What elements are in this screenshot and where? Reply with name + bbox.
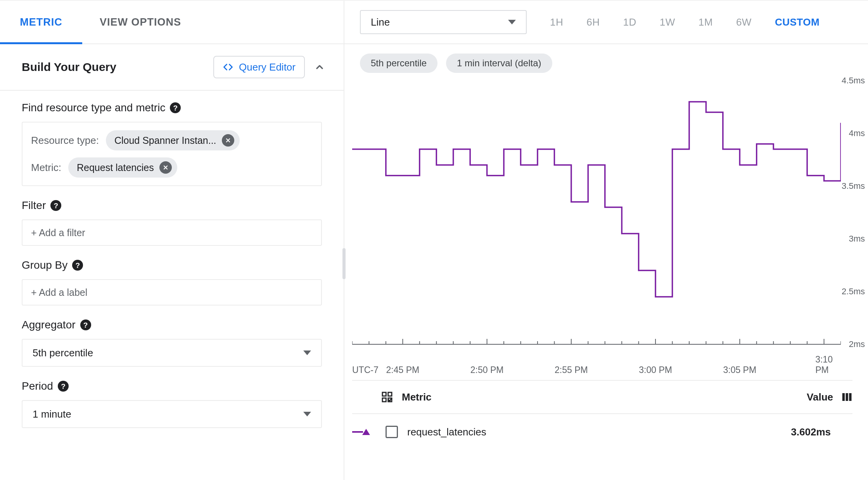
column-options-icon[interactable] — [841, 391, 852, 403]
x-axis-tick: 3:05 PM — [723, 365, 756, 375]
tab-metric[interactable]: METRIC — [0, 1, 82, 43]
legend-header: Metric Value — [352, 380, 852, 414]
add-group-by-input[interactable]: + Add a label — [22, 279, 322, 306]
panel-resize-handle[interactable] — [342, 248, 346, 279]
build-query-header: Build Your Query Query Editor — [0, 44, 344, 91]
legend-row[interactable]: request_latencies 3.602ms — [352, 414, 852, 450]
time-range-custom[interactable]: CUSTOM — [775, 16, 820, 28]
x-axis-tick: 2:50 PM — [470, 365, 504, 375]
chart-badge: 1 min interval (delta) — [446, 54, 552, 73]
resource-type-value: Cloud Spanner Instan... — [114, 135, 216, 146]
filter-label: Filter — [22, 199, 46, 212]
chart-badge: 5th percentile — [360, 54, 437, 73]
chart-type-select[interactable]: Line — [360, 10, 527, 34]
y-axis-tick: 4ms — [849, 128, 865, 138]
chevron-up-icon — [314, 62, 325, 73]
query-panel: METRIC VIEW OPTIONS Build Your Query Que… — [0, 1, 344, 480]
collapse-panel-button[interactable] — [314, 62, 325, 73]
aggregator-label: Aggregator — [22, 319, 76, 331]
y-axis-tick: 4.5ms — [842, 76, 865, 86]
aggregator-value: 5th percentile — [33, 347, 93, 359]
legend-header-value: Value — [807, 391, 833, 403]
chart-type-value: Line — [371, 16, 390, 28]
x-axis-tick: 2:55 PM — [555, 365, 588, 375]
period-value: 1 minute — [33, 408, 71, 420]
close-icon — [163, 164, 169, 171]
x-axis-tick: 3:00 PM — [639, 365, 672, 375]
chart-panel: Line 1H6H1D1W1M6WCUSTOM 5th percentile1 … — [344, 1, 868, 480]
filter-placeholder: + Add a filter — [31, 227, 85, 238]
chart-area[interactable]: 4.5ms4ms3.5ms3ms2.5ms2ms 2:45 PM2:50 PM2… — [352, 77, 841, 360]
help-icon[interactable]: ? — [170, 102, 181, 113]
period-select[interactable]: 1 minute — [22, 400, 322, 428]
time-range-6w[interactable]: 6W — [736, 16, 752, 28]
time-range-group: 1H6H1D1W1M6WCUSTOM — [550, 16, 845, 28]
time-range-1w[interactable]: 1W — [660, 16, 675, 28]
code-icon — [223, 62, 233, 73]
y-axis-tick: 3.5ms — [842, 181, 865, 191]
caret-down-icon — [508, 20, 516, 24]
timezone-label: UTC-7 — [352, 365, 379, 375]
series-name: request_latencies — [407, 426, 486, 438]
chart-svg — [352, 77, 841, 360]
help-icon[interactable]: ? — [58, 381, 69, 392]
svg-rect-36 — [382, 392, 386, 396]
y-axis-tick: 2.5ms — [842, 287, 865, 297]
remove-resource-type-button[interactable] — [222, 134, 234, 147]
period-label: Period — [22, 380, 53, 392]
series-marker-icon — [352, 429, 370, 435]
find-metric-label: Find resource type and metric ? — [22, 102, 322, 114]
panel-tabs: METRIC VIEW OPTIONS — [0, 1, 344, 44]
resource-type-chip[interactable]: Cloud Spanner Instan... — [106, 130, 240, 150]
series-value: 3.602ms — [791, 426, 852, 438]
close-icon — [225, 137, 231, 143]
query-editor-button[interactable]: Query Editor — [213, 56, 305, 78]
svg-rect-40 — [842, 393, 845, 401]
group-by-placeholder: + Add a label — [31, 287, 87, 298]
help-icon[interactable]: ? — [72, 260, 83, 271]
aggregator-select[interactable]: 5th percentile — [22, 339, 322, 367]
chart-badges: 5th percentile1 min interval (delta) — [344, 44, 868, 73]
metric-value: Request latencies — [77, 162, 154, 173]
add-filter-input[interactable]: + Add a filter — [22, 219, 322, 246]
time-range-6h[interactable]: 6H — [586, 16, 600, 28]
metric-label: Metric: — [31, 162, 61, 174]
y-axis-tick: 3ms — [849, 234, 865, 244]
time-range-1m[interactable]: 1M — [699, 16, 713, 28]
remove-metric-button[interactable] — [159, 161, 172, 174]
svg-rect-42 — [849, 393, 851, 401]
help-icon[interactable]: ? — [50, 200, 61, 211]
resource-type-label: Resource type: — [31, 135, 99, 147]
caret-down-icon — [303, 412, 311, 416]
legend-header-metric: Metric — [402, 391, 432, 403]
series-checkbox[interactable] — [386, 426, 398, 438]
svg-rect-38 — [382, 398, 386, 402]
y-axis-tick: 2ms — [849, 339, 865, 349]
time-range-1d[interactable]: 1D — [623, 16, 636, 28]
query-editor-label: Query Editor — [239, 61, 296, 73]
metric-chip[interactable]: Request latencies — [68, 157, 177, 178]
svg-rect-41 — [846, 393, 848, 401]
x-axis-tick: 2:45 PM — [386, 365, 420, 375]
x-axis-tick: 3:10 PM — [815, 354, 833, 375]
build-query-title: Build Your Query — [22, 60, 116, 74]
svg-rect-37 — [388, 392, 392, 396]
legend-options-icon[interactable] — [381, 391, 393, 403]
resource-metric-box[interactable]: Resource type: Cloud Spanner Instan... M… — [22, 122, 322, 186]
caret-down-icon — [303, 351, 311, 355]
chart-toolbar: Line 1H6H1D1W1M6WCUSTOM — [344, 1, 868, 44]
time-range-1h[interactable]: 1H — [550, 16, 563, 28]
group-by-label: Group By — [22, 259, 67, 271]
help-icon[interactable]: ? — [80, 319, 91, 330]
tab-view-options[interactable]: VIEW OPTIONS — [82, 1, 199, 43]
